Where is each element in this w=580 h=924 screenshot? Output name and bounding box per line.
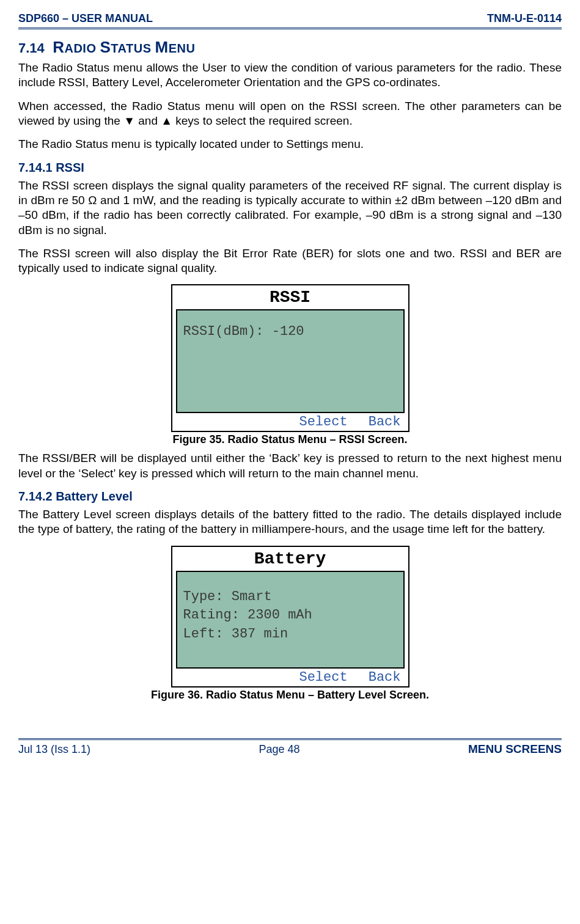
para-rssi-3: The RSSI/BER will be displayed until eit… xyxy=(18,451,562,481)
lcd-battery-title: Battery xyxy=(176,549,405,568)
para-intro-2: When accessed, the Radio Status menu wil… xyxy=(18,99,562,129)
para-intro-1: The Radio Status menu allows the User to… xyxy=(18,61,562,90)
lcd-battery-actions: Select Back xyxy=(176,669,405,685)
para-rssi-1: The RSSI screen displays the signal qual… xyxy=(18,178,562,238)
footer-left: Jul 13 (Iss 1.1) xyxy=(18,743,90,756)
sec-cap-r: R xyxy=(53,38,64,56)
section-heading-7-14: 7.14 RADIO STATUS MENU xyxy=(18,38,562,57)
lcd-rssi-title: RSSI xyxy=(176,288,405,307)
figure-35-caption: Figure 35. Radio Status Menu – RSSI Scre… xyxy=(18,433,562,446)
header-right: TNM-U-E-0114 xyxy=(487,12,562,25)
lcd-battery: Battery Type: Smart Rating: 2300 mAh Lef… xyxy=(171,546,409,688)
footer-right: MENU SCREENS xyxy=(468,743,562,756)
para-intro-3: The Radio Status menu is typically locat… xyxy=(18,137,562,152)
subheading-battery: 7.14.2 Battery Level xyxy=(18,490,562,504)
sec-cap-s: S xyxy=(100,38,111,56)
section-number: 7.14 xyxy=(18,40,45,56)
lcd-rssi-line1: RSSI(dBm): -120 xyxy=(183,323,397,342)
sec-rest-3: ENU xyxy=(169,42,196,55)
lcd-rssi-back[interactable]: Back xyxy=(369,414,401,430)
sec-cap-m: M xyxy=(155,38,169,56)
subheading-rssi: 7.14.1 RSSI xyxy=(18,161,562,175)
para-rssi-2: The RSSI screen will also display the Bi… xyxy=(18,246,562,276)
lcd-battery-screen: Type: Smart Rating: 2300 mAh Left: 387 m… xyxy=(176,571,405,669)
header-left: SDP660 – USER MANUAL xyxy=(18,12,153,25)
header-rule xyxy=(18,28,562,29)
footer-center: Page 48 xyxy=(259,743,299,756)
page-header: SDP660 – USER MANUAL TNM-U-E-0114 xyxy=(18,12,562,26)
para-battery-1: The Battery Level screen displays detail… xyxy=(18,507,562,537)
lcd-battery-line1: Type: Smart xyxy=(183,588,397,607)
lcd-battery-line2: Rating: 2300 mAh xyxy=(183,606,397,625)
lcd-battery-line3: Left: 387 min xyxy=(183,625,397,644)
lcd-rssi: RSSI RSSI(dBm): -120 Select Back xyxy=(171,284,409,432)
page-footer: Jul 13 (Iss 1.1) Page 48 MENU SCREENS xyxy=(18,740,562,756)
lcd-battery-select[interactable]: Select xyxy=(299,670,347,685)
lcd-battery-back[interactable]: Back xyxy=(369,670,401,685)
sec-rest-1: ADIO xyxy=(64,42,100,55)
figure-36-caption: Figure 36. Radio Status Menu – Battery L… xyxy=(18,689,562,702)
lcd-rssi-actions: Select Back xyxy=(176,413,405,430)
lcd-rssi-screen: RSSI(dBm): -120 xyxy=(176,309,405,413)
sec-rest-2: TATUS xyxy=(111,42,155,55)
lcd-rssi-select[interactable]: Select xyxy=(299,414,347,430)
